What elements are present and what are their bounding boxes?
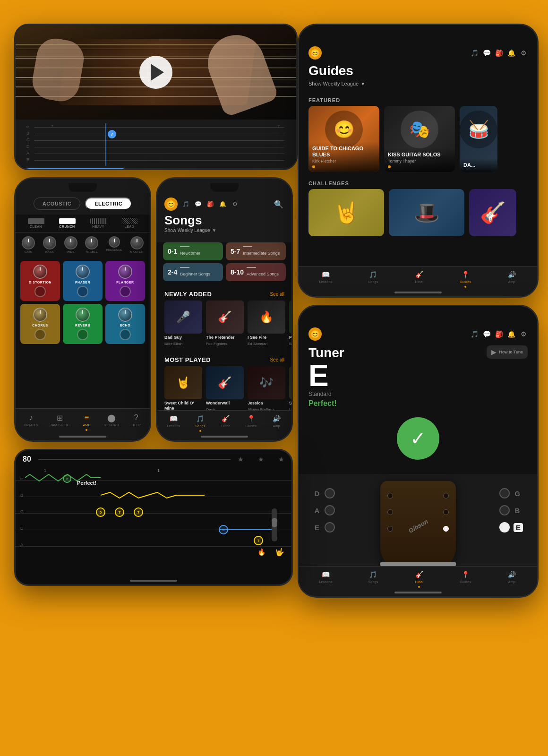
- nav-icon-1[interactable]: 🎵: [181, 200, 190, 208]
- peg-G[interactable]: [499, 488, 510, 498]
- distortion-effect[interactable]: DISTORTION: [20, 261, 60, 301]
- nav-icon-2[interactable]: 💬: [194, 200, 202, 208]
- peg-G-label: G: [514, 490, 521, 498]
- tuner-nav-lessons[interactable]: 📖 Lessons: [319, 570, 333, 588]
- peg-A[interactable]: [325, 505, 335, 515]
- user-avatar[interactable]: 😊: [308, 46, 322, 60]
- guide-icon-5[interactable]: ⚙: [519, 49, 528, 57]
- master-knob[interactable]: MASTER: [130, 236, 144, 253]
- bass-knob[interactable]: BASS: [43, 236, 56, 253]
- song-card-i-see-fire[interactable]: 🔥 I See Fire Ed Sheeran: [248, 301, 285, 346]
- play-button[interactable]: [139, 56, 172, 89]
- echo-effect[interactable]: ECHO: [105, 304, 145, 344]
- guide-icon-1[interactable]: 🎵: [470, 49, 479, 57]
- presence-knob[interactable]: PRESENCE: [106, 236, 122, 253]
- see-all-new[interactable]: See all: [270, 292, 284, 297]
- level-newcomer[interactable]: 0-1 Newcomer: [163, 242, 223, 260]
- acoustic-btn[interactable]: ACOUSTIC: [34, 198, 80, 210]
- guides-nav-amp[interactable]: 🔊 Amp: [506, 270, 517, 288]
- crunch-control[interactable]: CRUNCH: [59, 218, 76, 228]
- user-avatar[interactable]: 😊: [308, 327, 322, 341]
- song-card-bad-guy[interactable]: 🎤 Bad Guy Billie Eilish: [164, 301, 202, 346]
- song-card-lynyrd[interactable]: 🎵 Swee... Lynyrd...: [289, 366, 291, 417]
- heavy-control[interactable]: HEAVY: [90, 218, 107, 228]
- guides-nav-songs[interactable]: 🎵 Songs: [368, 270, 378, 288]
- level-intermediate[interactable]: 5-7 Intermediate Songs: [226, 242, 286, 260]
- guide-icon-2[interactable]: 💬: [482, 49, 491, 57]
- tuner-icon-5[interactable]: ⚙: [519, 330, 528, 338]
- tuner-nav-tuner[interactable]: 🎸 Tuner: [414, 570, 424, 588]
- level-beginner[interactable]: 2-4 Beginner Songs: [163, 263, 223, 281]
- nav-icon-3[interactable]: 🎒: [206, 200, 214, 208]
- electric-btn[interactable]: ELECTRIC: [85, 198, 132, 210]
- nav-icon-5[interactable]: ⚙: [231, 200, 239, 208]
- song-card-wonderwall[interactable]: 🎸 Wonderwall Oasis: [206, 366, 244, 417]
- nav-help[interactable]: ? HELP: [131, 413, 141, 431]
- perf-string-e: e: [20, 476, 23, 481]
- search-button[interactable]: 🔍: [273, 198, 284, 210]
- clean-control[interactable]: CLEAN: [28, 218, 44, 228]
- string-D-label: D: [26, 144, 30, 149]
- tuner-icon-2[interactable]: 💬: [482, 330, 491, 338]
- guides-nav-guides[interactable]: 📍 Guides: [460, 270, 471, 288]
- most-played-header: MOST PLAYED See all: [157, 351, 291, 366]
- see-all-played[interactable]: See all: [270, 357, 284, 362]
- level-advanced[interactable]: 8-10 Advanced Songs: [226, 263, 286, 281]
- reverb-effect[interactable]: REVERB: [63, 304, 103, 344]
- songs-nav-amp[interactable]: 🔊 Amp: [271, 414, 282, 432]
- chorus-effect[interactable]: CHORUS: [20, 304, 60, 344]
- peg-E-low[interactable]: [325, 522, 335, 533]
- phaser-effect[interactable]: PHASER: [63, 261, 103, 301]
- challenge-acdc[interactable]: 🤘: [308, 189, 384, 236]
- guides-weekly[interactable]: Show Weekly League: [308, 81, 359, 86]
- user-avatar[interactable]: 😊: [164, 198, 178, 211]
- nav-icon-4[interactable]: 🔔: [218, 200, 227, 208]
- scroll-track[interactable]: [272, 508, 277, 541]
- guides-nav-lessons[interactable]: 📖 Lessons: [319, 270, 333, 288]
- flame-icon: 🔥: [257, 548, 265, 556]
- phone-guides: 😊 🎵 💬 🎒 🔔 ⚙ Guides Show Weekly League ▼ …: [298, 24, 539, 298]
- nav-tracks[interactable]: ♪ TRACKS: [24, 413, 38, 431]
- songs-nav-tuner[interactable]: 🎸 Tuner: [220, 414, 231, 432]
- challenge-blues[interactable]: 🎩: [389, 189, 464, 236]
- song-card-sweet-child[interactable]: 🤘 Sweet Child O' Mine Guns N' Roses: [164, 366, 202, 417]
- tuner-nav-amp[interactable]: 🔊 Amp: [506, 570, 517, 588]
- song-card-jessica[interactable]: 🎶 Jessica Allman Brothers: [248, 366, 285, 417]
- how-to-tune-btn[interactable]: ▶ How to Tune: [487, 345, 528, 359]
- nav-amp[interactable]: ≡ AMP: [81, 413, 92, 431]
- peg-E-high[interactable]: [499, 522, 510, 533]
- guides-nav-tuner[interactable]: 🎸 Tuner: [414, 270, 424, 288]
- challenge-third[interactable]: 🎸: [469, 189, 516, 236]
- weekly-toggle[interactable]: Show Weekly League ▼: [164, 228, 284, 233]
- tuner-icon-1[interactable]: 🎵: [470, 330, 479, 338]
- nav-record[interactable]: ⬤ RECORD: [104, 413, 119, 431]
- treble-knob[interactable]: TREBLE: [85, 236, 98, 253]
- gain-knob[interactable]: GAIN: [22, 236, 35, 253]
- perf-string-D: D: [20, 526, 24, 531]
- tuner-icon-4[interactable]: 🔔: [507, 330, 515, 338]
- peg-B[interactable]: [499, 505, 510, 515]
- tuner-nav-songs[interactable]: 🎵 Songs: [368, 570, 378, 588]
- nav-jam-guide[interactable]: ⊞ JAM GUIDE: [50, 413, 69, 431]
- peg-D[interactable]: [325, 488, 335, 498]
- guide-icon-4[interactable]: 🔔: [507, 49, 515, 57]
- songs-nav-songs[interactable]: 🎵 Songs: [195, 414, 206, 432]
- tuner-nav-guides[interactable]: 📍 Guides: [460, 570, 471, 588]
- perf-string-B: B: [20, 493, 23, 498]
- tuner-icon-3[interactable]: 🎒: [495, 330, 503, 338]
- featured-chicago-blues[interactable]: 😊 GUIDE TO CHICAGO BLUES Kirk Fletcher: [308, 106, 379, 172]
- lead-control[interactable]: LEAD: [121, 218, 138, 228]
- song-card-para[interactable]: 🎵 Para... Black...: [289, 301, 291, 346]
- guide-icon-3[interactable]: 🎒: [495, 49, 503, 57]
- note-7-1: 7: [115, 507, 124, 517]
- featured-kiss-solos[interactable]: 🎭 KISS GUITAR SOLOS Tommy Thayer: [384, 106, 455, 172]
- songs-nav-guides[interactable]: 📍 Guides: [245, 414, 257, 432]
- song-card-pretender[interactable]: 🎸 The Pretender Foo Fighters: [206, 301, 244, 346]
- star-2: ★: [258, 455, 264, 463]
- flanger-effect[interactable]: FLANGER: [105, 261, 145, 301]
- mids-knob[interactable]: MIDS: [64, 236, 77, 253]
- featured-third[interactable]: 🥁 DA...: [460, 106, 497, 172]
- scroll-thumb[interactable]: [272, 518, 277, 527]
- home-indicator: [201, 436, 248, 438]
- songs-nav-lessons[interactable]: 📖 Lessons: [167, 414, 180, 432]
